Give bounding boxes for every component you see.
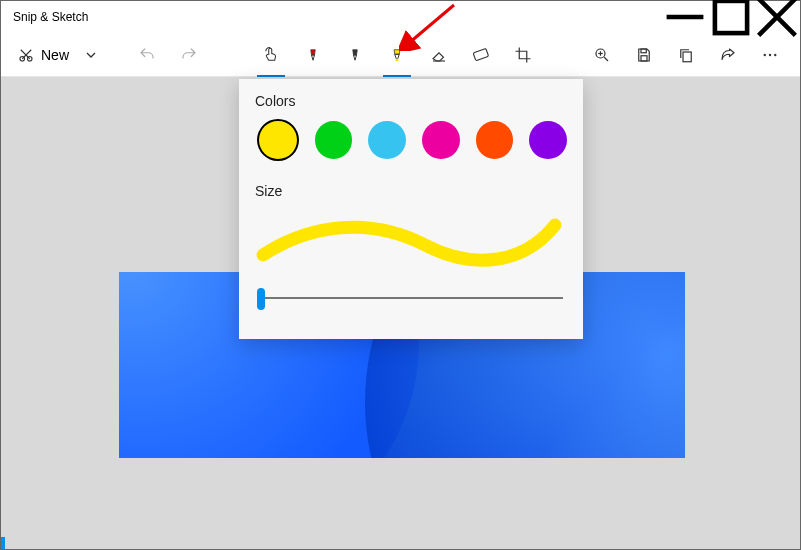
new-snip-button[interactable]: New bbox=[11, 35, 75, 75]
ruler-icon bbox=[472, 46, 490, 64]
scroll-indicator bbox=[1, 537, 5, 549]
save-button[interactable] bbox=[624, 35, 664, 75]
svg-rect-18 bbox=[396, 59, 399, 61]
app-title: Snip & Sketch bbox=[13, 10, 88, 24]
color-swatch-purple[interactable] bbox=[529, 121, 567, 159]
copy-button[interactable] bbox=[666, 35, 706, 75]
undo-button[interactable] bbox=[127, 35, 167, 75]
drawing-tools bbox=[251, 33, 543, 77]
svg-rect-1 bbox=[715, 1, 747, 33]
touch-writing-button[interactable] bbox=[251, 35, 291, 75]
save-icon bbox=[635, 46, 653, 64]
more-button[interactable] bbox=[750, 35, 790, 75]
svg-line-9 bbox=[604, 57, 608, 61]
share-button[interactable] bbox=[708, 35, 748, 75]
close-button[interactable] bbox=[754, 1, 800, 33]
color-swatch-magenta[interactable] bbox=[422, 121, 460, 159]
ballpoint-pen-button[interactable] bbox=[293, 35, 333, 75]
svg-rect-12 bbox=[641, 49, 646, 53]
new-snip-dropdown[interactable] bbox=[77, 35, 105, 75]
share-icon bbox=[719, 46, 737, 64]
color-swatch-orange[interactable] bbox=[476, 121, 514, 159]
ballpoint-pen-icon bbox=[304, 46, 322, 64]
zoom-button[interactable] bbox=[582, 35, 622, 75]
crop-icon bbox=[514, 46, 532, 64]
ruler-button[interactable] bbox=[461, 35, 501, 75]
svg-point-17 bbox=[774, 53, 776, 55]
redo-button[interactable] bbox=[169, 35, 209, 75]
more-icon bbox=[761, 46, 779, 64]
title-bar: Snip & Sketch bbox=[1, 1, 800, 33]
svg-point-15 bbox=[764, 53, 766, 55]
touch-icon bbox=[262, 46, 280, 64]
eraser-button[interactable] bbox=[419, 35, 459, 75]
pencil-button[interactable] bbox=[335, 35, 375, 75]
svg-rect-20 bbox=[473, 48, 489, 60]
new-label: New bbox=[41, 47, 69, 63]
pencil-icon bbox=[346, 46, 364, 64]
slider-thumb[interactable] bbox=[257, 288, 265, 310]
copy-icon bbox=[677, 46, 695, 64]
snip-icon bbox=[17, 46, 35, 64]
slider-track bbox=[259, 297, 563, 299]
app-window: Snip & Sketch New bbox=[0, 0, 801, 550]
color-swatch-green[interactable] bbox=[315, 121, 353, 159]
svg-point-16 bbox=[769, 53, 771, 55]
redo-icon bbox=[180, 46, 198, 64]
svg-rect-14 bbox=[683, 52, 691, 62]
chevron-down-icon bbox=[85, 49, 97, 61]
zoom-icon bbox=[593, 46, 611, 64]
highlighter-options-popup: Colors Size bbox=[239, 79, 583, 339]
color-swatch-sky-blue[interactable] bbox=[368, 121, 406, 159]
undo-icon bbox=[138, 46, 156, 64]
colors-heading: Colors bbox=[255, 93, 567, 109]
minimize-button[interactable] bbox=[662, 1, 708, 33]
window-controls bbox=[662, 1, 800, 33]
highlighter-button[interactable] bbox=[377, 35, 417, 75]
svg-rect-13 bbox=[641, 55, 647, 60]
svg-line-7 bbox=[22, 49, 31, 58]
size-heading: Size bbox=[255, 183, 567, 199]
maximize-button[interactable] bbox=[708, 1, 754, 33]
stroke-preview bbox=[255, 211, 567, 267]
eraser-icon bbox=[430, 46, 448, 64]
highlighter-icon bbox=[388, 46, 406, 64]
size-slider[interactable] bbox=[255, 283, 567, 313]
svg-line-6 bbox=[21, 49, 30, 58]
crop-button[interactable] bbox=[503, 35, 543, 75]
color-swatches bbox=[255, 121, 567, 161]
color-swatch-yellow[interactable] bbox=[257, 119, 299, 161]
